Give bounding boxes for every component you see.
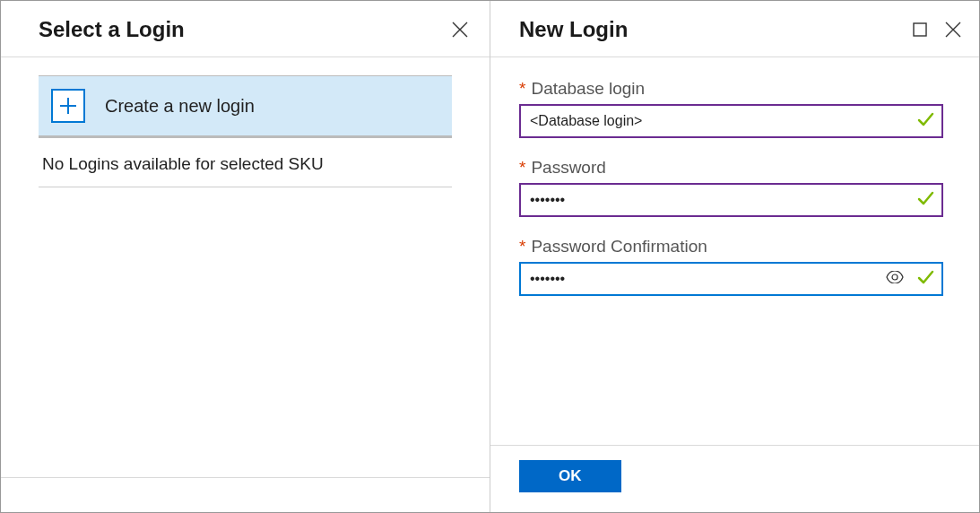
database-login-input[interactable] xyxy=(519,104,943,138)
eye-icon[interactable] xyxy=(886,271,904,287)
required-asterisk: * xyxy=(519,237,525,256)
new-login-panel: New Login * Database login xyxy=(490,1,979,512)
new-login-header: New Login xyxy=(490,1,979,57)
select-login-title: Select a Login xyxy=(39,17,185,42)
password-input[interactable] xyxy=(519,183,943,217)
database-login-field: * Database login xyxy=(519,79,943,138)
required-asterisk: * xyxy=(519,158,525,178)
select-login-footer xyxy=(1,477,490,512)
database-login-label: * Database login xyxy=(519,79,943,99)
password-field: * Password xyxy=(519,158,943,217)
password-confirmation-label: * Password Confirmation xyxy=(519,237,943,256)
new-login-footer: OK xyxy=(490,445,979,512)
new-login-title: New Login xyxy=(519,17,628,42)
create-new-login-label: Create a new login xyxy=(105,96,255,117)
close-icon[interactable] xyxy=(945,22,961,38)
ok-button[interactable]: OK xyxy=(519,460,621,492)
select-login-header: Select a Login xyxy=(1,1,490,57)
password-confirmation-field: * Password Confirmation xyxy=(519,237,943,296)
no-logins-message: No Logins available for selected SKU xyxy=(39,138,452,187)
password-confirmation-input[interactable] xyxy=(519,262,943,296)
password-label: * Password xyxy=(519,158,943,178)
select-login-panel: Select a Login Create a new login No Log… xyxy=(1,1,490,512)
svg-point-1 xyxy=(892,274,898,280)
create-new-login-button[interactable]: Create a new login xyxy=(39,75,452,138)
plus-icon xyxy=(51,89,85,123)
close-icon[interactable] xyxy=(452,22,468,38)
maximize-icon[interactable] xyxy=(913,22,927,37)
svg-rect-0 xyxy=(914,23,926,36)
required-asterisk: * xyxy=(519,79,525,99)
